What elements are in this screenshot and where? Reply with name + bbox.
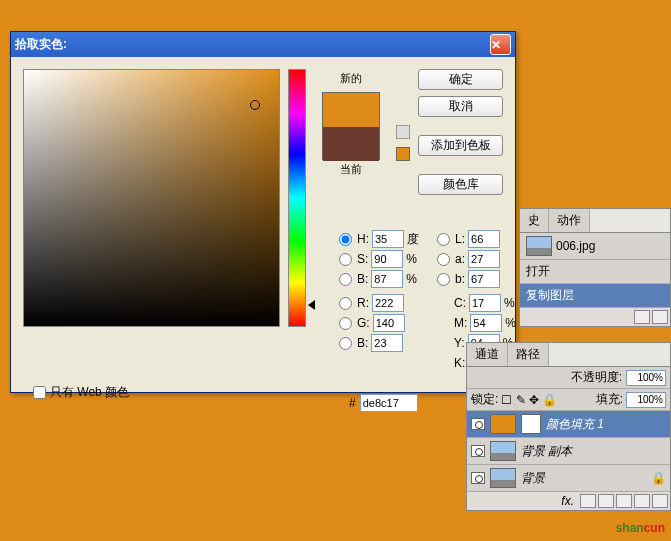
new-label: 新的 (340, 71, 362, 86)
r-label: R: (357, 296, 369, 310)
titlebar[interactable]: 拾取实色: ✕ (11, 32, 515, 57)
websafe-swatch[interactable] (396, 147, 410, 161)
a-input[interactable] (468, 250, 500, 268)
tab-history[interactable]: 史 (520, 209, 549, 232)
l-radio[interactable] (437, 233, 450, 246)
c-label: C: (454, 296, 466, 310)
s-input[interactable] (371, 250, 403, 268)
bb-radio[interactable] (339, 337, 352, 350)
r-radio[interactable] (339, 297, 352, 310)
fill-label: 填充: (596, 391, 623, 408)
tab-actions[interactable]: 动作 (549, 209, 590, 232)
gamut-warning-icon[interactable] (396, 125, 410, 139)
trash-icon[interactable] (652, 494, 668, 508)
web-only-checkbox[interactable] (33, 386, 46, 399)
opacity-label: 不透明度: (571, 369, 622, 386)
layers-panel: 通道 路径 不透明度: 锁定: ☐ ✎ ✥ 🔒 填充: 颜色填充 1 背景 副本… (466, 342, 671, 511)
a-label: a: (455, 252, 465, 266)
history-item-open[interactable]: 打开 (520, 260, 670, 284)
g-input[interactable] (373, 314, 405, 332)
s-radio[interactable] (339, 253, 352, 266)
bv-label: B: (357, 272, 368, 286)
y-label: Y: (454, 336, 465, 350)
hue-arrow-icon (308, 300, 315, 310)
tab-channels[interactable]: 通道 (467, 343, 508, 366)
layer-mask[interactable] (521, 414, 541, 434)
delete-icon[interactable] (652, 310, 668, 324)
bb-label: B: (357, 336, 368, 350)
new-snapshot-icon[interactable] (634, 310, 650, 324)
h-radio[interactable] (339, 233, 352, 246)
lock-label: 锁定: (471, 391, 498, 408)
lock-icon: 🔒 (651, 471, 666, 485)
current-label: 当前 (340, 162, 362, 177)
layer-bg[interactable]: 背景 🔒 (467, 465, 670, 492)
layer-bg-copy[interactable]: 背景 副本 (467, 438, 670, 465)
current-color-swatch[interactable] (323, 127, 379, 161)
m-label: M: (454, 316, 467, 330)
c-unit: % (504, 296, 515, 310)
layer-thumb (490, 414, 516, 434)
visibility-icon[interactable] (471, 445, 485, 457)
bb-input[interactable] (371, 334, 403, 352)
folder-icon[interactable] (598, 494, 614, 508)
color-library-button[interactable]: 颜色库 (418, 174, 503, 195)
h-input[interactable] (372, 230, 404, 248)
history-item-duplicate[interactable]: 复制图层 (520, 284, 670, 308)
bv-input[interactable] (371, 270, 403, 288)
hex-input[interactable] (360, 394, 418, 412)
l-label: L: (455, 232, 465, 246)
h-unit: 度 (407, 231, 419, 248)
layer-color-fill[interactable]: 颜色填充 1 (467, 411, 670, 438)
cancel-button[interactable]: 取消 (418, 96, 503, 117)
fill-input[interactable] (626, 392, 666, 408)
r-input[interactable] (372, 294, 404, 312)
color-field[interactable] (23, 69, 280, 327)
s-label: S: (357, 252, 368, 266)
m-input[interactable] (470, 314, 502, 332)
color-preview (322, 92, 380, 160)
lock-icons[interactable]: ☐ ✎ ✥ 🔒 (501, 393, 557, 407)
tab-paths[interactable]: 路径 (508, 343, 549, 366)
hex-label: # (349, 396, 356, 410)
b-input[interactable] (468, 270, 500, 288)
k-label: K: (454, 356, 465, 370)
g-label: G: (357, 316, 370, 330)
new-color-swatch (323, 93, 379, 127)
add-swatch-button[interactable]: 添加到色板 (418, 135, 503, 156)
bv-radio[interactable] (339, 273, 352, 286)
g-radio[interactable] (339, 317, 352, 330)
fx-icon[interactable]: fx. (557, 494, 578, 508)
ok-button[interactable]: 确定 (418, 69, 503, 90)
mask-icon[interactable] (580, 494, 596, 508)
close-icon: ✕ (491, 38, 510, 52)
c-input[interactable] (469, 294, 501, 312)
web-only-label: 只有 Web 颜色 (50, 384, 129, 401)
b-label: b: (455, 272, 465, 286)
hue-slider[interactable] (288, 69, 306, 327)
adjustment-icon[interactable] (616, 494, 632, 508)
m-unit: % (505, 316, 516, 330)
history-panel: 史 动作 006.jpg 打开 复制图层 (519, 208, 671, 327)
visibility-icon[interactable] (471, 418, 485, 430)
doc-thumb (526, 236, 552, 256)
layer-thumb (490, 441, 516, 461)
s-unit: % (406, 252, 417, 266)
h-label: H: (357, 232, 369, 246)
bv-unit: % (406, 272, 417, 286)
history-doc[interactable]: 006.jpg (520, 233, 670, 260)
color-picker-dialog: 拾取实色: ✕ 新的 当前 确定 取消 添加到色板 (10, 31, 516, 393)
b-radio[interactable] (437, 273, 450, 286)
watermark: shancun (616, 516, 665, 537)
visibility-icon[interactable] (471, 472, 485, 484)
picker-indicator (250, 100, 260, 110)
dialog-title: 拾取实色: (15, 36, 490, 53)
layer-thumb (490, 468, 516, 488)
new-layer-icon[interactable] (634, 494, 650, 508)
a-radio[interactable] (437, 253, 450, 266)
close-button[interactable]: ✕ (490, 34, 511, 55)
l-input[interactable] (468, 230, 500, 248)
opacity-input[interactable] (626, 370, 666, 386)
